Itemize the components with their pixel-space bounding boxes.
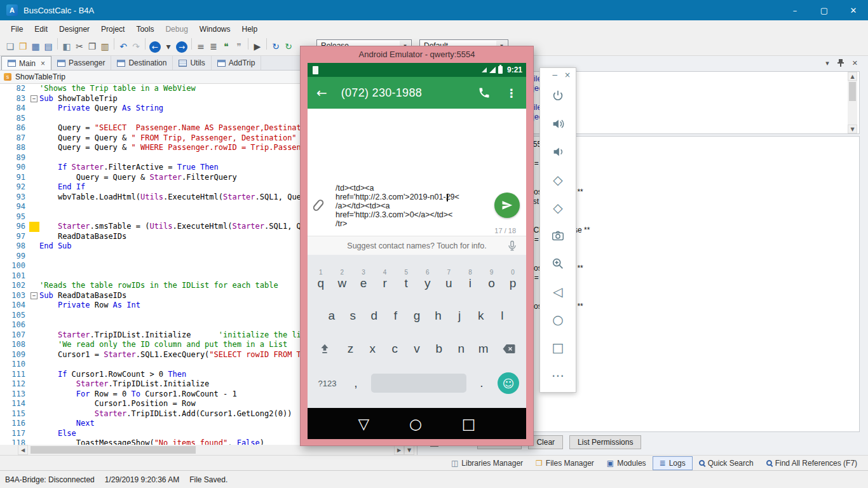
outdent-icon[interactable]: ≡ <box>194 39 207 53</box>
tab-destination[interactable]: Destination <box>111 56 173 70</box>
menu-designer[interactable]: Designer <box>53 22 95 36</box>
mic-icon[interactable] <box>506 240 519 252</box>
scrollbar-thumb[interactable] <box>849 82 856 101</box>
copy-icon[interactable]: ❐ <box>86 39 98 53</box>
hide-keyboard-back-icon[interactable]: ▽ <box>358 416 369 432</box>
shift-key[interactable] <box>310 335 339 363</box>
scroll-right-icon[interactable]: ▶ <box>394 445 404 455</box>
key-w[interactable]: 2w <box>332 262 353 297</box>
menu-file[interactable]: File <box>5 22 29 36</box>
tool-tab-modules[interactable]: ▣Modules <box>600 456 653 470</box>
zoom-icon[interactable] <box>540 250 576 278</box>
menu-edit[interactable]: Edit <box>29 22 53 36</box>
pin-icon[interactable] <box>837 59 844 67</box>
tool-tab-quick-search[interactable]: Quick Search <box>693 456 760 470</box>
key-m[interactable]: m <box>472 335 494 363</box>
key-v[interactable]: v <box>406 335 428 363</box>
back-arrow-icon[interactable]: ← <box>316 85 327 100</box>
new-file-icon[interactable]: ❏ <box>4 39 17 53</box>
key-n[interactable]: n <box>450 335 472 363</box>
key-k[interactable]: k <box>470 302 492 330</box>
open-project-icon[interactable]: ❒ <box>17 39 29 53</box>
emulator-screen[interactable]: 9:21 ← (072) 230-1988 ⋮ /td><td><ahref='… <box>308 63 526 439</box>
key-p[interactable]: 0p <box>502 262 524 297</box>
tool-tab-libraries-manager[interactable]: ◫Libraries Manager <box>445 456 529 470</box>
power-icon[interactable] <box>540 82 576 110</box>
suggestion-bar[interactable]: Suggest contact names? Touch for info. <box>308 236 526 255</box>
fold-marker-icon[interactable]: − <box>29 291 39 301</box>
volume-down-icon[interactable] <box>540 138 576 166</box>
message-text[interactable]: /td><td><ahref='http://2.3.com'>2019-n01… <box>336 184 497 228</box>
warnings-scrollbar[interactable]: ▲ ▼ <box>848 72 857 133</box>
emoji-key[interactable]: ☺ <box>493 372 524 394</box>
paste-icon[interactable]: ▥ <box>98 39 111 53</box>
key-o[interactable]: 9o <box>481 262 503 297</box>
space-key[interactable] <box>371 374 466 393</box>
scroll-down-icon[interactable]: ▼ <box>848 125 857 133</box>
key-y[interactable]: 6y <box>417 262 438 297</box>
key-g[interactable]: g <box>406 302 428 330</box>
symbols-key[interactable]: ?123 <box>310 379 344 388</box>
more-icon[interactable]: ⋯ <box>540 362 576 390</box>
rotate-right-icon[interactable]: ◇ <box>540 194 576 222</box>
designer-icon[interactable]: ◧ <box>60 39 73 53</box>
key-x[interactable]: x <box>362 335 384 363</box>
key-f[interactable]: f <box>385 302 407 330</box>
tab-addtrip[interactable]: AddTrip <box>212 56 262 70</box>
android-keyboard[interactable]: 1q2w3e4r5t6y7u8i9o0p asdfghjkl zxcvbnm ?… <box>308 255 526 408</box>
key-q[interactable]: 1q <box>310 262 332 297</box>
save-icon[interactable]: ▦ <box>29 39 42 53</box>
key-s[interactable]: s <box>342 302 364 330</box>
tab-passenger[interactable]: Passenger <box>51 56 111 70</box>
key-l[interactable]: l <box>492 302 513 330</box>
key-j[interactable]: j <box>449 302 470 330</box>
key-e[interactable]: 3e <box>353 262 374 297</box>
key-d[interactable]: d <box>363 302 385 330</box>
period-key[interactable]: . <box>470 376 493 390</box>
close-icon[interactable]: × <box>564 71 571 79</box>
tool-tab-find-all-references-f7-[interactable]: Find All References (F7) <box>760 456 864 470</box>
nav-back-icon[interactable]: ← <box>149 41 161 53</box>
compile-icon[interactable]: ↻ <box>269 39 282 53</box>
nav-back-menu-icon[interactable]: ▾ <box>162 39 175 53</box>
tool-tab-files-manager[interactable]: ❒Files Manager <box>529 456 600 470</box>
tab-utils[interactable]: Utils <box>173 56 211 70</box>
overview-icon[interactable]: □ <box>462 416 476 432</box>
maximize-button[interactable]: ▢ <box>810 0 839 20</box>
uncomment-icon[interactable]: ❞ <box>233 39 245 53</box>
menu-windows[interactable]: Windows <box>194 22 236 36</box>
cut-icon[interactable]: ✂ <box>73 39 86 53</box>
send-button[interactable] <box>494 193 520 218</box>
fold-marker-icon[interactable]: − <box>29 94 39 104</box>
horizontal-scrollbar[interactable]: ◀ ▶ <box>18 445 404 455</box>
key-u[interactable]: 7u <box>438 262 460 297</box>
minimize-button[interactable]: – <box>780 0 810 20</box>
key-b[interactable]: b <box>428 335 450 363</box>
indent-icon[interactable]: ≣ <box>207 39 220 53</box>
key-i[interactable]: 8i <box>459 262 481 297</box>
message-input-area[interactable]: /td><td><ahref='http://2.3.com'>2019-n01… <box>308 189 526 226</box>
key-h[interactable]: h <box>428 302 449 330</box>
key-t[interactable]: 5t <box>395 262 417 297</box>
backspace-key[interactable] <box>494 335 524 363</box>
window-position-icon[interactable]: ▾ <box>825 59 829 67</box>
attach-icon[interactable] <box>312 198 325 212</box>
home-icon[interactable]: ○ <box>540 306 576 334</box>
nav-forward-icon[interactable]: → <box>176 41 187 53</box>
close-tab-icon[interactable]: × <box>41 59 45 68</box>
redo-icon[interactable]: ↷ <box>130 39 142 53</box>
volume-up-icon[interactable] <box>540 110 576 138</box>
rotate-left-icon[interactable]: ◇ <box>540 166 576 194</box>
key-r[interactable]: 4r <box>374 262 396 297</box>
key-c[interactable]: c <box>384 335 406 363</box>
emulator-title[interactable]: Android Emulator - qwerty:5554 <box>301 46 533 62</box>
scroll-down-icon[interactable]: ▼ <box>404 445 414 455</box>
tab-main[interactable]: Main× <box>1 56 51 70</box>
list-permissions-button[interactable]: List Permissions <box>569 435 641 449</box>
close-icon[interactable]: ✕ <box>852 59 858 67</box>
overview-icon[interactable]: □ <box>540 334 576 362</box>
save-all-icon[interactable]: ▤ <box>42 39 55 53</box>
scrollbar-thumb[interactable] <box>31 446 196 454</box>
comment-icon[interactable]: ❝ <box>220 39 233 53</box>
menu-tools[interactable]: Tools <box>130 22 159 36</box>
